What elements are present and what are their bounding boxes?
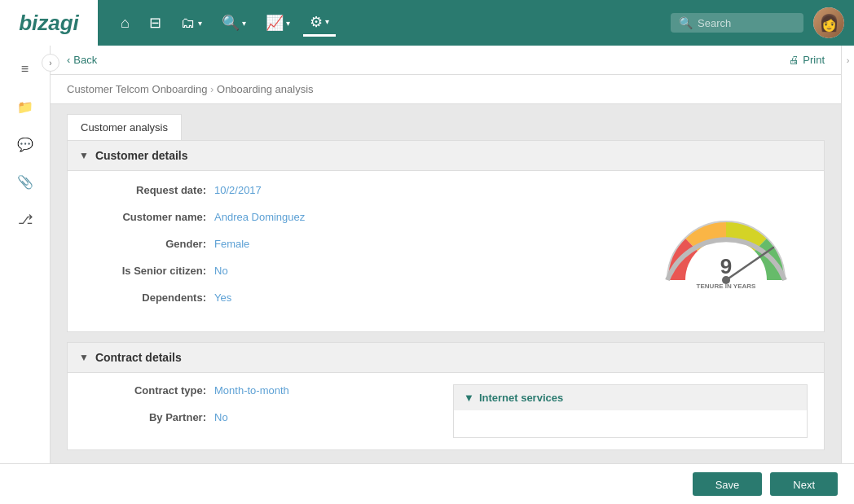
briefcase-nav-button[interactable]: 🗂 ▾ [174, 11, 209, 35]
by-partner-value: No [214, 411, 228, 423]
customer-details-panel: ▼ Customer details Request date: 10/2/20… [67, 140, 825, 332]
avatar-image: 👩 [813, 7, 844, 38]
field-customer-name: Customer name: Andrea Dominguez [84, 211, 628, 223]
save-button[interactable]: Save [693, 472, 763, 496]
field-contract-type: Contract type: Month-to-month [84, 384, 437, 397]
logo-text: bizagi [19, 11, 79, 36]
sidebar-item-clip[interactable]: 📎 [8, 164, 42, 199]
form-content: ▼ Customer details Request date: 10/2/20… [51, 140, 841, 476]
back-label: Back [73, 54, 97, 66]
breadcrumb-item-1[interactable]: Customer Telcom Onboarding [67, 83, 207, 95]
print-label: Print [803, 54, 825, 66]
field-senior-citizen: Is Senior citizen: No [84, 265, 628, 277]
customer-details-body: Request date: 10/2/2017 Customer name: A… [68, 171, 824, 331]
contract-type-value: Month-to-month [214, 384, 289, 397]
request-date-value: 10/2/2017 [214, 184, 262, 196]
by-partner-label: By Partner: [84, 411, 214, 423]
sidebar: › ≡ 📁 💬 📎 ⎇ [0, 46, 51, 504]
customer-details-toggle[interactable]: ▼ [79, 150, 89, 161]
content-area: ‹ Back 🖨 Print Customer Telcom Onboardin… [51, 46, 841, 504]
gender-label: Gender: [84, 238, 214, 250]
svg-text:TENURE IN YEARS: TENURE IN YEARS [697, 283, 756, 290]
contract-details-header: ▼ Contract details [68, 343, 824, 373]
chart-nav-button[interactable]: 📈 ▾ [259, 11, 297, 35]
contract-body: Contract type: Month-to-month By Partner… [68, 373, 824, 449]
print-icon: 🖨 [789, 54, 799, 66]
contract-details-toggle[interactable]: ▼ [79, 352, 89, 363]
search-box: 🔍 [671, 13, 803, 33]
customer-name-value: Andrea Dominguez [214, 211, 305, 223]
contract-fields: Contract type: Month-to-month By Partner… [84, 384, 437, 438]
field-request-date: Request date: 10/2/2017 [84, 184, 628, 196]
search-icon: 🔍 [679, 16, 693, 29]
internet-services-header: ▼ Internet services [454, 385, 807, 410]
tab-customer-analysis[interactable]: Customer analysis [67, 114, 182, 140]
field-by-partner: By Partner: No [84, 411, 437, 423]
sidebar-item-folder[interactable]: 📁 [8, 90, 42, 124]
tenure-gauge: 9 TENURE IN YEARS [645, 184, 808, 318]
customer-fields: Request date: 10/2/2017 Customer name: A… [84, 184, 628, 318]
dependents-label: Dependents: [84, 291, 214, 304]
main-layout: › ≡ 📁 💬 📎 ⎇ ‹ Back 🖨 Print Customer Telc… [0, 46, 854, 504]
svg-text:9: 9 [720, 254, 732, 278]
field-gender: Gender: Female [84, 238, 628, 250]
gauge-svg: 9 TENURE IN YEARS [653, 207, 799, 296]
search-input[interactable] [698, 17, 795, 29]
customer-name-label: Customer name: [84, 211, 214, 223]
dependents-value: Yes [214, 291, 231, 304]
navbar: bizagi ⌂ ⊟ 🗂 ▾ 🔍 ▾ 📈 ▾ ⚙ ▾ 🔍 👩 [0, 0, 854, 46]
breadcrumb: Customer Telcom Onboarding › Onboarding … [51, 75, 841, 104]
action-bar: Save Next [0, 463, 854, 504]
sidebar-collapse-button[interactable]: › [42, 54, 59, 72]
gender-value: Female [214, 238, 249, 250]
back-button[interactable]: ‹ Back [67, 54, 97, 66]
print-button[interactable]: 🖨 Print [789, 54, 825, 66]
internet-services-panel: ▼ Internet services [453, 384, 808, 438]
avatar[interactable]: 👩 [813, 7, 844, 38]
contract-details-panel: ▼ Contract details Contract type: Month-… [67, 342, 825, 450]
field-dependents: Dependents: Yes [84, 291, 628, 304]
nav-icons: ⌂ ⊟ 🗂 ▾ 🔍 ▾ 📈 ▾ ⚙ ▾ [114, 10, 671, 37]
senior-citizen-value: No [214, 265, 228, 277]
inbox-nav-button[interactable]: ⊟ [143, 11, 168, 35]
home-nav-button[interactable]: ⌂ [114, 11, 136, 35]
app-logo: bizagi [0, 0, 98, 46]
request-date-label: Request date: [84, 184, 214, 196]
internet-collapse-icon[interactable]: ▼ [464, 392, 474, 404]
sidebar-item-chat[interactable]: 💬 [8, 127, 42, 161]
senior-citizen-label: Is Senior citizen: [84, 265, 214, 277]
internet-services-title: Internet services [479, 392, 563, 404]
sidebar-item-tasks[interactable]: ≡ [8, 52, 42, 86]
tabs-bar: Customer analysis [51, 104, 841, 140]
gear-nav-button[interactable]: ⚙ ▾ [303, 10, 336, 37]
header-bar: ‹ Back 🖨 Print [51, 46, 841, 75]
back-chevron-icon: ‹ [67, 54, 70, 66]
contract-details-title: Contract details [95, 351, 182, 364]
search-nav-button[interactable]: 🔍 ▾ [215, 11, 253, 35]
customer-details-header: ▼ Customer details [68, 141, 824, 171]
customer-details-title: Customer details [95, 149, 188, 162]
contract-type-label: Contract type: [84, 384, 214, 397]
right-sidebar-toggle[interactable]: › [841, 46, 854, 504]
next-button[interactable]: Next [770, 472, 838, 496]
breadcrumb-item-2: Onboarding analysis [217, 83, 314, 95]
sidebar-item-workflow[interactable]: ⎇ [8, 202, 42, 236]
breadcrumb-separator: › [210, 83, 217, 95]
